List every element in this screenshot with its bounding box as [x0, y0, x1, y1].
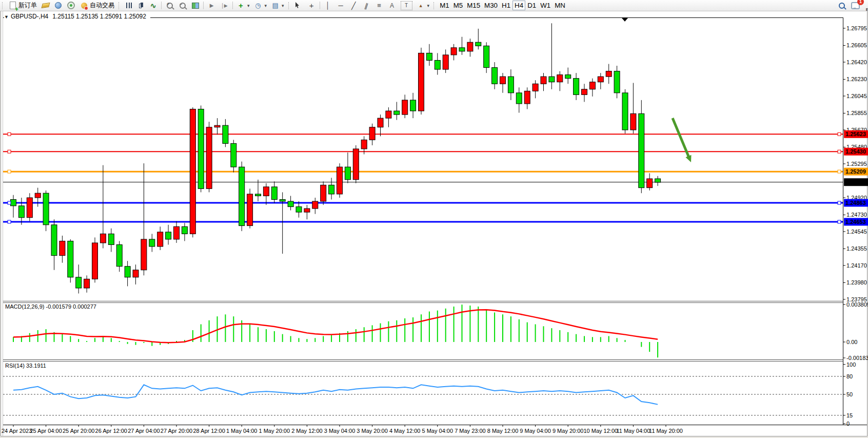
arrows-tool-button[interactable]: ▲▾	[415, 1, 432, 10]
cursor-tool-button[interactable]	[292, 1, 305, 10]
zoom-in-button[interactable]: +	[163, 1, 176, 10]
timeframe-d1[interactable]: D1	[525, 1, 538, 10]
svg-text:80: 80	[846, 373, 853, 379]
timeframe-m30[interactable]: M30	[482, 1, 500, 10]
svg-text:15: 15	[846, 412, 853, 418]
svg-text:9 May 20:00: 9 May 20:00	[553, 428, 584, 434]
svg-text:25 Apr 20:00: 25 Apr 20:00	[63, 428, 94, 434]
price-chart-canvas[interactable]: 1.267951.266051.264201.262301.260451.258…	[0, 0, 868, 438]
svg-text:8 May 12:00: 8 May 12:00	[487, 428, 519, 434]
arrows-tool-icon: ▲	[417, 2, 425, 10]
svg-text:27 Apr 04:00: 27 Apr 04:00	[128, 428, 160, 434]
svg-text:1.25209: 1.25209	[845, 168, 866, 175]
svg-text:25 Apr 04:00: 25 Apr 04:00	[30, 428, 62, 434]
indicators-icon: +	[236, 2, 245, 10]
community-button[interactable]	[52, 1, 65, 10]
macd-values: -0.001579 0.000277	[46, 303, 96, 310]
svg-text:2 May 12:00: 2 May 12:00	[291, 428, 323, 434]
templates-button[interactable]: ▤▾	[269, 1, 286, 10]
macd-indicator-label: MACD(12,26,9) -0.001579 0.000277	[5, 303, 100, 310]
crosshair-tool-button[interactable]: +	[305, 1, 318, 10]
svg-text:1.24545: 1.24545	[846, 228, 867, 235]
timeframe-h4[interactable]: H4	[512, 1, 525, 10]
vertical-line-tool-button[interactable]: │	[322, 1, 334, 10]
tile-windows-button[interactable]	[189, 1, 202, 10]
symbol-dropdown-icon[interactable]: ▼	[4, 14, 9, 20]
candlestick-chart-button[interactable]	[135, 1, 147, 10]
svg-text:1.25855: 1.25855	[846, 110, 867, 116]
candlestick-icon	[138, 2, 145, 9]
toolbar-separator	[232, 2, 233, 9]
timeframe-m5[interactable]: M5	[451, 1, 465, 10]
svg-text:27 Apr 20:00: 27 Apr 20:00	[161, 428, 192, 434]
svg-text:1.24355: 1.24355	[846, 245, 867, 252]
chart-shift-button[interactable]: │▶	[218, 1, 231, 10]
auto-scroll-button[interactable]: ▶	[205, 1, 218, 10]
svg-text:1.25295: 1.25295	[846, 161, 867, 167]
zoom-out-button[interactable]: −	[176, 1, 189, 10]
svg-text:7 May 23:00: 7 May 23:00	[455, 428, 486, 434]
channel-icon: ∥	[361, 0, 372, 10]
line-chart-button[interactable]: ∿	[147, 1, 160, 10]
chart-symbol-period: GBPUSD-,H4	[11, 13, 48, 20]
timeframe-m15[interactable]: M15	[465, 1, 482, 10]
mt4-terminal: 1.267951.266051.264201.262301.260451.258…	[0, 0, 868, 438]
svg-text:0.00: 0.00	[846, 339, 857, 345]
fibonacci-tool-button[interactable]: ≡F	[373, 1, 386, 10]
channel-tool-button[interactable]: ∥E	[360, 1, 373, 10]
horizontal-line-tool-button[interactable]: ─	[334, 1, 347, 10]
timeframe-h1[interactable]: H1	[500, 1, 512, 10]
chart-title: ▼GBPUSD-,H41.25115 1.25135 1.25091 1.250…	[4, 13, 150, 20]
svg-text:1.26605: 1.26605	[846, 42, 867, 48]
svg-text:3 May 20:00: 3 May 20:00	[357, 428, 388, 434]
toolbar-grip	[288, 2, 290, 9]
chat-icon[interactable]: 1	[851, 2, 860, 10]
trendline-tool-button[interactable]: ╱	[347, 1, 360, 10]
template-icon: ▤	[271, 2, 280, 10]
svg-text:9 May 04:00: 9 May 04:00	[520, 428, 551, 434]
svg-text:1.24170: 1.24170	[846, 262, 867, 269]
rsi-value: 33.1911	[26, 363, 46, 369]
chart-shift-icon: │▶	[220, 2, 229, 10]
svg-text:1.25623: 1.25623	[845, 131, 866, 137]
svg-text:1.23980: 1.23980	[846, 279, 867, 285]
tile-windows-icon	[191, 2, 200, 10]
timeframe-w1[interactable]: W1	[538, 1, 553, 10]
svg-text:1.24730: 1.24730	[846, 212, 867, 218]
trendline-icon: ╱	[349, 2, 358, 10]
caret-down-icon: ▾	[265, 3, 267, 8]
signals-button[interactable]	[65, 1, 77, 10]
svg-text:5 May 04:00: 5 May 04:00	[422, 428, 453, 434]
toolbar-grip	[119, 2, 121, 9]
bar-chart-button[interactable]	[123, 1, 135, 10]
svg-text:1.25430: 1.25430	[845, 148, 866, 155]
bar-chart-icon	[125, 2, 133, 10]
label-tool-icon: T	[401, 1, 412, 10]
toolbar-separator	[320, 2, 320, 9]
search-icon[interactable]	[837, 2, 846, 10]
marketplace-button[interactable]	[39, 1, 52, 10]
svg-text:0: 0	[846, 421, 850, 427]
caret-down-icon: ▾	[282, 3, 284, 8]
toolbar-grip	[2, 2, 4, 9]
svg-text:0.003809: 0.003809	[846, 301, 868, 308]
notification-badge: 1	[857, 0, 864, 5]
timeframe-m1[interactable]: M1	[438, 1, 451, 10]
svg-text:4 May 12:00: 4 May 12:00	[389, 428, 421, 434]
svg-text:3 May 04:00: 3 May 04:00	[324, 428, 356, 434]
svg-text:1 May 20:00: 1 May 20:00	[259, 428, 290, 434]
svg-text:1.25092: 1.25092	[845, 179, 866, 185]
crayon-icon	[41, 2, 50, 10]
timeframe-mn[interactable]: MN	[553, 1, 567, 10]
clock-icon: ◷	[254, 2, 263, 10]
svg-text:11 May 04:00: 11 May 04:00	[616, 428, 650, 434]
periods-button[interactable]: ◷▾	[252, 1, 269, 10]
cursor-icon	[294, 2, 303, 10]
chart-ohlc-values: 1.25115 1.25135 1.25091 1.25092	[52, 13, 146, 20]
new-order-button[interactable]: 新订单	[6, 1, 39, 10]
fibonacci-icon: ≡	[375, 2, 384, 10]
label-tool-button[interactable]: T	[399, 1, 415, 10]
autotrade-button[interactable]: 自动交易	[77, 1, 116, 10]
indicators-button[interactable]: +▾	[234, 1, 252, 10]
text-tool-button[interactable]: A	[386, 1, 399, 10]
